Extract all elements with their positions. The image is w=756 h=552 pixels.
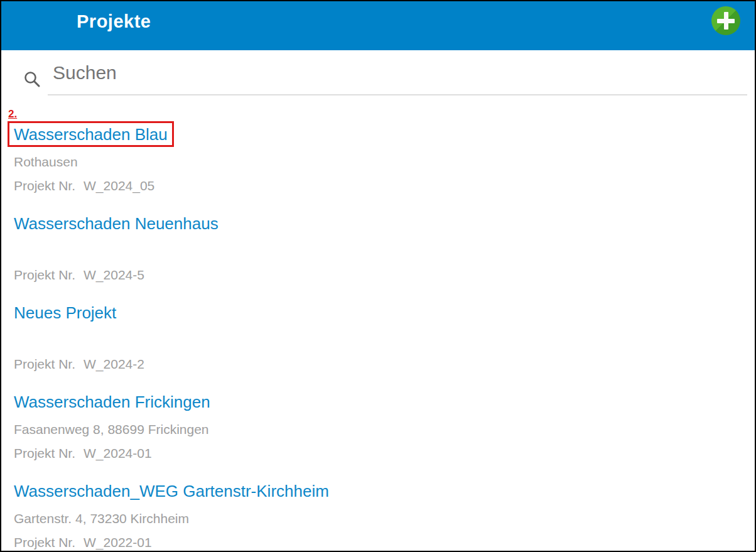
search-bar xyxy=(1,50,755,96)
project-list-item[interactable]: Wasserschaden_WEG Gartenstr-Kirchheim Ga… xyxy=(14,481,755,552)
project-list: Wasserschaden Blau Rothausen Projekt Nr.… xyxy=(1,96,755,552)
project-number-label: Projekt Nr. xyxy=(14,535,75,549)
hamburger-menu-button[interactable] xyxy=(21,8,50,34)
page-title: Projekte xyxy=(77,8,151,35)
search-input[interactable] xyxy=(48,55,747,95)
project-number-label: Projekt Nr. xyxy=(14,357,75,371)
project-title-link[interactable]: Wasserschaden_WEG Gartenstr-Kirchheim xyxy=(14,481,755,501)
app-window: Projekte Wasserschaden Blau Rothausen Pr… xyxy=(0,0,756,552)
project-number-value: W_2024-2 xyxy=(84,357,144,371)
project-number-value: W_2022-01 xyxy=(84,535,152,549)
project-list-item[interactable]: Wasserschaden Frickingen Fasanenweg 8, 8… xyxy=(14,392,755,481)
search-icon xyxy=(23,70,41,88)
project-address: Fasanenweg 8, 88699 Frickingen xyxy=(14,421,755,438)
project-title-link[interactable]: Wasserschaden Neuenhaus xyxy=(14,214,755,234)
project-list-item[interactable]: Neues Projekt Projekt Nr.W_2024-2 xyxy=(14,303,755,392)
project-number: Projekt Nr.W_2024-01 xyxy=(14,445,755,462)
project-number: Projekt Nr.W_2024-5 xyxy=(14,267,755,283)
project-number-value: W_2024-5 xyxy=(84,268,144,282)
project-title-link[interactable]: Neues Projekt xyxy=(14,303,755,323)
project-number-label: Projekt Nr. xyxy=(14,446,75,460)
project-list-item[interactable]: Wasserschaden Neuenhaus Projekt Nr.W_202… xyxy=(14,214,755,303)
project-address: Gartenstr. 4, 73230 Kirchheim xyxy=(14,511,755,527)
project-address xyxy=(14,332,755,349)
project-address: Rothausen xyxy=(14,154,755,170)
project-number-label: Projekt Nr. xyxy=(14,268,75,282)
project-number: Projekt Nr.W_2024_05 xyxy=(14,178,755,194)
project-title-link[interactable]: Wasserschaden Blau xyxy=(14,124,755,144)
project-number-value: W_2024-01 xyxy=(84,446,152,460)
project-list-item[interactable]: Wasserschaden Blau Rothausen Projekt Nr.… xyxy=(14,124,755,214)
project-number-value: W_2024_05 xyxy=(84,178,154,193)
project-title-link[interactable]: Wasserschaden Frickingen xyxy=(14,392,755,412)
project-number: Projekt Nr.W_2024-2 xyxy=(14,356,755,372)
project-address xyxy=(14,243,755,259)
project-number: Projekt Nr.W_2022-01 xyxy=(14,534,755,551)
project-number-label: Projekt Nr. xyxy=(14,178,75,193)
app-bar: Projekte xyxy=(1,1,755,50)
add-project-button[interactable] xyxy=(711,6,740,35)
